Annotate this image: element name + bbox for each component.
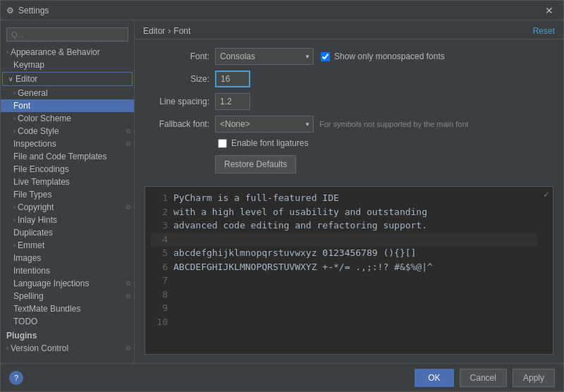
preview-line-1: 1 PyCharm is a full-featured IDE <box>151 191 537 205</box>
window-title: ⚙ Settings <box>6 6 49 16</box>
breadcrumb-font: Font <box>173 26 190 36</box>
arrow-icon: › <box>13 204 16 211</box>
arrow-icon: › <box>6 345 8 352</box>
monospaced-label[interactable]: Show only monospaced fonts <box>334 51 445 61</box>
line-spacing-input[interactable] <box>215 93 250 110</box>
settings-area: Font: Consolas Show only monospaced font… <box>135 39 563 363</box>
preview-line-4: 4 <box>151 233 537 247</box>
preview-line-8: 8 <box>151 288 537 302</box>
preview-line-7: 7 <box>151 274 537 288</box>
sidebar-item-appearance[interactable]: › Appearance & Behavior <box>1 46 134 59</box>
preview-content: 1 PyCharm is a full-featured IDE 2 with … <box>145 187 543 354</box>
line-spacing-label: Line spacing: <box>145 97 215 106</box>
preview-line-6: 6 ABCDEFGHIJKLMNOPQRSTUVWXYZ +-*/= .,;:!… <box>151 260 537 274</box>
font-select-wrapper: Consolas <box>215 48 314 65</box>
sidebar-item-textmate-bundles[interactable]: TextMate Bundles <box>1 302 134 315</box>
sidebar-item-font[interactable]: Font <box>1 99 134 112</box>
breadcrumb: Editor › Font Reset <box>135 20 563 39</box>
sidebar-item-copyright[interactable]: › Copyright ⚙ <box>1 201 134 214</box>
preview-right-margin: ✓ <box>543 187 553 354</box>
restore-defaults-button[interactable]: Restore Defaults <box>215 155 296 173</box>
sidebar-item-editor[interactable]: ∨ Editor <box>2 72 133 86</box>
ok-button[interactable]: OK <box>415 369 453 387</box>
preview-line-9: 9 <box>151 301 537 315</box>
sidebar: › Appearance & Behavior Keymap ∨ Editor … <box>1 20 135 363</box>
sidebar-item-images[interactable]: Images <box>1 252 134 264</box>
sidebar-item-general[interactable]: › General <box>1 87 134 99</box>
sidebar-item-language-injections[interactable]: Language Injections ⚙ <box>1 277 134 290</box>
titlebar: ⚙ Settings ✕ <box>1 1 563 20</box>
gear-icon[interactable]: ⚙ <box>125 280 131 287</box>
fallback-select-wrapper: <None> <box>215 116 314 133</box>
breadcrumb-separator: › <box>168 26 171 36</box>
fallback-font-label: Fallback font: <box>145 119 215 129</box>
preview-line-3: 3 advanced code editing and refactoring … <box>151 219 537 233</box>
window-controls: ✕ <box>541 4 558 18</box>
preview-line-5: 5 abcdefghijklmnopqrstuvwxyz 0123456789 … <box>151 246 537 260</box>
sidebar-item-version-control[interactable]: › Version Control ⚙ <box>1 342 134 355</box>
search-box <box>1 23 134 46</box>
arrow-icon: › <box>13 216 16 223</box>
preview-line-10: 10 <box>151 315 537 329</box>
sidebar-item-file-code-templates[interactable]: File and Code Templates <box>1 150 134 163</box>
sidebar-item-inspections[interactable]: Inspections ⚙ <box>1 137 134 150</box>
sidebar-item-code-style[interactable]: › Code Style ⚙ <box>1 125 134 137</box>
gear-icon[interactable]: ⚙ <box>125 293 131 300</box>
gear-icon: ⚙ <box>6 6 14 16</box>
ligatures-checkbox-row: Enable font ligatures <box>218 138 308 148</box>
font-label: Font: <box>145 51 215 61</box>
sidebar-item-plugins[interactable]: Plugins <box>1 329 134 342</box>
sidebar-item-emmet[interactable]: › Emmet <box>1 239 134 252</box>
monospaced-checkbox[interactable] <box>321 52 330 61</box>
main-panel: Editor › Font Reset Font: Consolas <box>135 20 563 363</box>
arrow-icon: › <box>13 242 16 249</box>
close-button[interactable]: ✕ <box>541 4 558 18</box>
size-row: Size: <box>145 71 553 87</box>
sidebar-item-inlay-hints[interactable]: › Inlay Hints <box>1 214 134 226</box>
fallback-note: For symbols not supported by the main fo… <box>319 120 469 128</box>
sidebar-item-keymap[interactable]: Keymap <box>1 59 134 71</box>
apply-button[interactable]: Apply <box>513 369 555 387</box>
expand-icon: ∨ <box>8 75 13 82</box>
cancel-button[interactable]: Cancel <box>460 369 507 387</box>
arrow-icon: › <box>6 49 8 56</box>
help-button[interactable]: ? <box>9 371 23 385</box>
main-content: › Appearance & Behavior Keymap ∨ Editor … <box>1 20 563 363</box>
settings-window: ⚙ Settings ✕ › Appearance & Behavior Key… <box>0 0 564 392</box>
gear-icon[interactable]: ⚙ <box>125 204 131 211</box>
arrow-icon: › <box>13 90 16 97</box>
sidebar-item-spelling[interactable]: Spelling ⚙ <box>1 290 134 302</box>
fallback-font-row: Fallback font: <None> For symbols not su… <box>145 116 553 133</box>
green-check-icon: ✓ <box>543 190 550 200</box>
sidebar-item-live-templates[interactable]: Live Templates <box>1 176 134 188</box>
font-row: Font: Consolas Show only monospaced font… <box>145 48 553 65</box>
gear-icon[interactable]: ⚙ <box>125 345 131 352</box>
restore-defaults-container: Restore Defaults <box>145 155 553 173</box>
ligatures-row: Enable font ligatures <box>145 138 553 148</box>
preview-line-2: 2 with a high level of usability and out… <box>151 205 537 219</box>
reset-link[interactable]: Reset <box>533 26 555 36</box>
size-input[interactable] <box>215 71 250 87</box>
bottom-bar: ? OK Cancel Apply <box>1 363 563 391</box>
monospaced-checkbox-row: Show only monospaced fonts <box>321 51 445 61</box>
breadcrumb-editor: Editor <box>143 26 165 36</box>
preview-area: 1 PyCharm is a full-featured IDE 2 with … <box>145 186 553 355</box>
sidebar-item-color-scheme[interactable]: › Color Scheme <box>1 112 134 125</box>
size-label: Size: <box>145 74 215 84</box>
line-spacing-row: Line spacing: <box>145 93 553 110</box>
arrow-icon: › <box>13 115 16 122</box>
font-select[interactable]: Consolas <box>215 48 314 65</box>
sidebar-item-intentions[interactable]: Intentions <box>1 264 134 277</box>
sidebar-item-file-encodings[interactable]: File Encodings <box>1 163 134 176</box>
sidebar-item-todo[interactable]: TODO <box>1 315 134 328</box>
gear-icon[interactable]: ⚙ <box>125 128 131 135</box>
sidebar-item-duplicates[interactable]: Duplicates <box>1 226 134 239</box>
sidebar-item-file-types[interactable]: File Types <box>1 188 134 201</box>
arrow-icon: › <box>13 128 16 135</box>
fallback-font-select[interactable]: <None> <box>215 116 314 133</box>
ligatures-label[interactable]: Enable font ligatures <box>231 138 308 148</box>
search-input[interactable] <box>6 27 128 42</box>
ligatures-checkbox[interactable] <box>218 139 227 148</box>
gear-icon[interactable]: ⚙ <box>125 140 131 147</box>
